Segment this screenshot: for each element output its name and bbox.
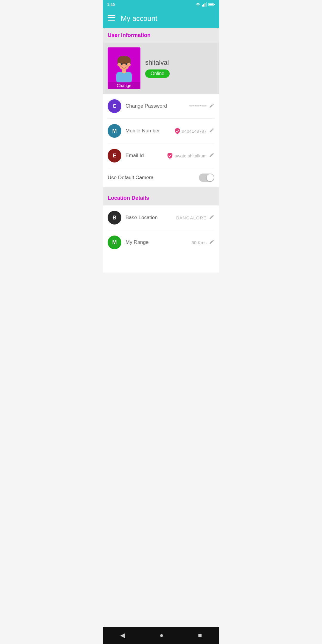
hamburger-icon[interactable] (108, 15, 115, 22)
user-card: Change shitalval Online (103, 43, 219, 94)
my-range-unit: Kms (198, 240, 207, 245)
app-bar-title: My account (121, 14, 157, 23)
my-range-value: 50 (191, 240, 196, 245)
svg-rect-7 (108, 15, 115, 16)
base-location-item[interactable]: B Base Location BANGALORE (108, 205, 214, 230)
default-camera-label: Use Default Camera (108, 175, 199, 181)
location-list-section: B Base Location BANGALORE M My Range 50 … (103, 205, 219, 255)
my-range-label: My Range (126, 239, 191, 245)
default-camera-toggle[interactable] (199, 174, 214, 182)
email-id-icon: E (108, 149, 121, 162)
app-bar: My account (103, 9, 219, 28)
location-header-text: Location Details (108, 195, 149, 201)
username: shitalval (145, 59, 170, 66)
svg-rect-9 (108, 20, 115, 21)
base-location-icon: B (108, 211, 121, 225)
my-range-edit-icon[interactable] (209, 239, 214, 246)
my-range-item[interactable]: M My Range 50 Kms (108, 230, 214, 255)
user-info-header-text: User Information (108, 32, 151, 38)
svg-rect-0 (202, 5, 203, 7)
change-label[interactable]: Change (108, 82, 140, 89)
battery-icon (208, 3, 215, 6)
svg-rect-6 (214, 4, 215, 5)
online-badge: Online (145, 69, 170, 78)
base-location-edit-icon[interactable] (209, 214, 214, 221)
mobile-number-edit-icon[interactable] (209, 128, 214, 134)
change-password-value: ********** (189, 104, 207, 109)
avatar-container[interactable]: Change (108, 47, 140, 89)
svg-rect-5 (209, 4, 213, 6)
mobile-shield-icon (174, 128, 181, 134)
user-info-section-header: User Information (103, 28, 219, 43)
status-icons (195, 2, 215, 7)
svg-point-15 (121, 63, 123, 65)
svg-rect-20 (122, 69, 126, 73)
email-shield-icon (167, 152, 173, 159)
email-id-label: Email Id (126, 153, 167, 159)
wifi-icon (195, 2, 201, 7)
svg-rect-1 (203, 4, 204, 7)
account-list-section: C Change Password ********** M Mobile Nu… (103, 94, 219, 187)
email-id-edit-icon[interactable] (209, 152, 214, 159)
status-time: 1:49 (107, 2, 115, 7)
bottom-spacer (103, 255, 219, 273)
my-range-icon: M (108, 236, 121, 249)
toggle-knob (207, 174, 214, 181)
change-password-item[interactable]: C Change Password ********** (108, 94, 214, 119)
mobile-number-value: 9404149797 (182, 129, 207, 134)
spacer (103, 187, 219, 191)
svg-rect-2 (205, 3, 205, 7)
svg-point-12 (117, 56, 131, 64)
signal-icon (202, 2, 207, 7)
svg-rect-19 (116, 72, 132, 83)
default-camera-item: Use Default Camera (108, 168, 214, 187)
change-password-label: Change Password (126, 103, 189, 109)
svg-point-16 (126, 63, 127, 65)
status-bar: 1:49 (103, 0, 219, 9)
user-info: shitalval Online (145, 59, 170, 78)
location-section-header: Location Details (103, 191, 219, 205)
change-password-edit-icon[interactable] (209, 103, 214, 109)
svg-rect-8 (108, 17, 115, 18)
change-password-icon: C (108, 99, 121, 113)
base-location-value: BANGALORE (176, 215, 207, 220)
email-id-value: awate.shitalkum (174, 153, 207, 158)
svg-point-17 (119, 65, 122, 67)
mobile-number-label: Mobile Number (126, 128, 174, 134)
email-id-item[interactable]: E Email Id awate.shitalkum (108, 143, 214, 168)
base-location-label: Base Location (126, 215, 176, 221)
avatar-image (112, 53, 136, 83)
svg-rect-3 (206, 2, 207, 7)
mobile-number-icon: M (108, 124, 121, 138)
svg-point-18 (126, 65, 129, 67)
mobile-number-item[interactable]: M Mobile Number 9404149797 (108, 119, 214, 143)
